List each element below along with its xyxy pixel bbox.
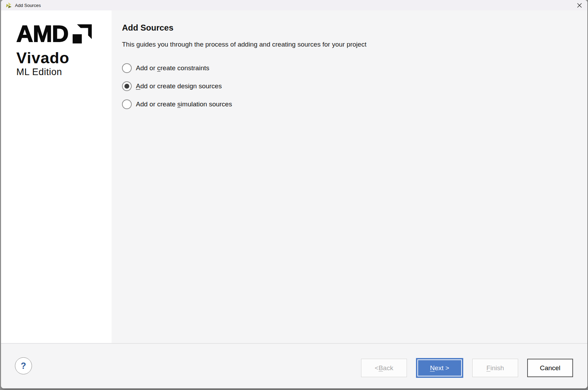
help-icon: ? (21, 361, 26, 371)
vivado-app-icon (6, 2, 12, 8)
close-icon (577, 3, 582, 8)
product-name: Vivado (16, 51, 112, 65)
page-description: This guides you through the process of a… (122, 41, 573, 48)
dialog-footer: ? < Back Next > Finish Cancel (1, 343, 587, 388)
page-title: Add Sources (122, 23, 573, 33)
radio-circle[interactable] (122, 81, 132, 91)
wizard-navigation: < Back Next > Finish Cancel (361, 358, 573, 378)
radio-label: Add or create simulation sources (136, 100, 232, 108)
source-type-options: Add or create constraints Add or create … (122, 63, 573, 109)
close-button[interactable] (572, 0, 587, 10)
radio-option-simulation-sources[interactable]: Add or create simulation sources (122, 99, 573, 109)
finish-button[interactable]: Finish (472, 359, 518, 377)
radio-option-design-sources[interactable]: Add or create design sources (122, 81, 573, 91)
product-edition: ML Edition (16, 67, 112, 77)
window-title: Add Sources (15, 3, 41, 8)
radio-circle[interactable] (122, 99, 132, 109)
titlebar: Add Sources (1, 0, 587, 10)
back-button[interactable]: < Back (361, 359, 407, 377)
radio-label: Add or create design sources (136, 82, 222, 90)
radio-dot (124, 84, 129, 89)
radio-option-constraints[interactable]: Add or create constraints (122, 63, 573, 73)
brand-sidebar: AMD Vivado ML Edition (1, 10, 112, 343)
radio-circle[interactable] (122, 63, 132, 73)
add-sources-dialog: Add Sources AMD Vivado ML Editi (1, 0, 587, 388)
next-button[interactable]: Next > (416, 358, 463, 378)
amd-logo-text: AMD (16, 24, 68, 43)
wizard-page: Add Sources This guides you through the … (112, 10, 587, 343)
radio-label: Add or create constraints (136, 64, 209, 72)
dialog-body: AMD Vivado ML Edition Add Sources This g… (1, 10, 587, 343)
amd-arrow-icon (73, 24, 92, 43)
help-button[interactable]: ? (15, 357, 32, 374)
amd-logo: AMD (16, 24, 112, 44)
cancel-button[interactable]: Cancel (527, 359, 573, 377)
